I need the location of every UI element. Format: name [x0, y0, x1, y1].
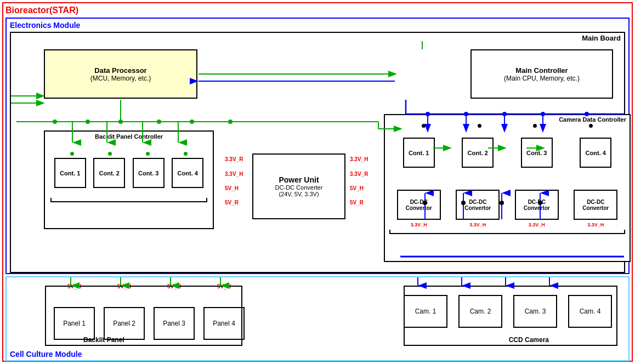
data-processor-sub: (MCU, Memory, etc.): [90, 75, 151, 82]
bpc-box: Backlit Panel Controller Cont. 1 Cont. 2…: [44, 130, 214, 229]
bpc-cont-3: Cont. 3: [133, 158, 165, 188]
data-processor-box: Data Processor (MCU, Memory, etc.): [44, 49, 197, 99]
cdc-cont-2: Cont. 2: [462, 138, 494, 168]
cdc-label: Camera Data Controller: [385, 115, 630, 124]
bpc-cont-1: Cont. 1: [54, 158, 86, 188]
dcdc-labels: 3.3V_H 3.3V_H 3.3V_H 3.3V_H: [385, 222, 630, 228]
cdc-dot-2: [478, 124, 481, 128]
main-container: Bioreactor(STAR) Electronics Module Main…: [2, 2, 633, 362]
dcdc-4: DC-DCConvertor: [574, 190, 617, 220]
v33h-dc2: 3.3V_H: [469, 222, 486, 228]
electronics-title: Electronics Module: [10, 21, 625, 30]
main-board: Main Board LANConnector Data Processor (…: [10, 32, 625, 273]
bpc-controllers: Cont. 1 Cont. 2 Cont. 3 Cont. 4: [45, 158, 213, 188]
cdc-controllers: Cont. 1 Cont. 2 Cont. 3 Cont. 4: [385, 133, 630, 168]
dcdc-2: DC-DCConvertor: [456, 190, 500, 220]
svg-point-23: [228, 120, 233, 124]
svg-point-18: [53, 120, 57, 124]
cdc-bus: [389, 230, 625, 234]
dcdc-row: DC-DCConvertor DC-DCConvertor DC-DCConve…: [385, 190, 630, 220]
dcdc-1: DC-DCConvertor: [397, 190, 441, 220]
electronics-module: Electronics Module Main Board LANConnect…: [5, 18, 630, 274]
bpc-dot-4: [184, 152, 188, 156]
power-unit-title: Power Unit: [279, 175, 319, 184]
cell-culture-title: Cell Culture Module: [10, 350, 82, 359]
bpc-dot-1: [70, 152, 74, 156]
bpc-cont-4: Cont. 4: [172, 158, 203, 188]
v5r-label-2: 5V_R: [350, 200, 364, 206]
v5h-label-2: 5V_H: [350, 185, 364, 191]
cdc-dot-1: [422, 124, 426, 128]
v5r-label-1: 5V_R: [225, 200, 239, 206]
cdc-cont-4: Cont. 4: [580, 138, 611, 168]
v33r-label-2: 3.3V_R: [350, 171, 368, 177]
main-controller-title: Main Controller: [515, 66, 568, 75]
v33h-label-2: 3.3V_H: [350, 156, 368, 162]
main-board-label: Main Board: [582, 34, 621, 42]
cdc-cont-3: Cont. 3: [521, 138, 553, 168]
cam-group-border: [404, 286, 617, 346]
bpc-cont-2: Cont. 2: [93, 158, 125, 188]
v5h-label-1: 5V_H: [225, 185, 239, 191]
cdc-dot-3: [533, 124, 537, 128]
cdc-box: Camera Data Controller Cont. 1 Cont. 2 C…: [384, 114, 631, 262]
svg-point-22: [190, 120, 194, 124]
power-unit-sub2: (24V, 5V, 3.3V): [279, 191, 319, 197]
power-unit-sub: DC-DC Converter: [275, 184, 323, 191]
v33h-dc1: 3.3V_H: [411, 222, 427, 228]
bpc-dot-3: [146, 152, 150, 156]
v33h-label-1: 3.3V_H: [225, 171, 243, 177]
main-controller-sub: (Main CPU, Memory, etc.): [504, 75, 580, 82]
bpc-dot-row: [45, 152, 213, 156]
svg-point-21: [157, 120, 161, 124]
cell-culture-module: Cell Culture Module 5V_H 5V_H 5V_H 5V_H …: [5, 276, 630, 361]
data-processor-title: Data Processor: [94, 66, 146, 75]
v33h-dc3: 3.3V_H: [529, 222, 545, 228]
panel-group-border: [45, 286, 242, 346]
cdc-dot-row: [385, 124, 630, 128]
v33h-dc4: 3.3V_H: [587, 222, 604, 228]
bpc-label: Backlit Panel Controller: [45, 133, 213, 140]
bpc-dot-2: [108, 152, 112, 156]
v33r-label-1: 3.3V_R: [225, 156, 243, 162]
main-title: Bioreactor(STAR): [5, 5, 630, 15]
svg-point-19: [86, 120, 90, 124]
cdc-dot-4: [589, 124, 593, 128]
dcdc-3: DC-DCConvertor: [515, 190, 559, 220]
bpc-bus: [50, 198, 207, 202]
cdc-cont-1: Cont. 1: [403, 138, 435, 168]
svg-point-20: [118, 120, 123, 124]
main-controller-box: Main Controller (Main CPU, Memory, etc.): [470, 49, 613, 99]
power-unit-box: Power Unit DC-DC Converter (24V, 5V, 3.3…: [252, 153, 345, 219]
